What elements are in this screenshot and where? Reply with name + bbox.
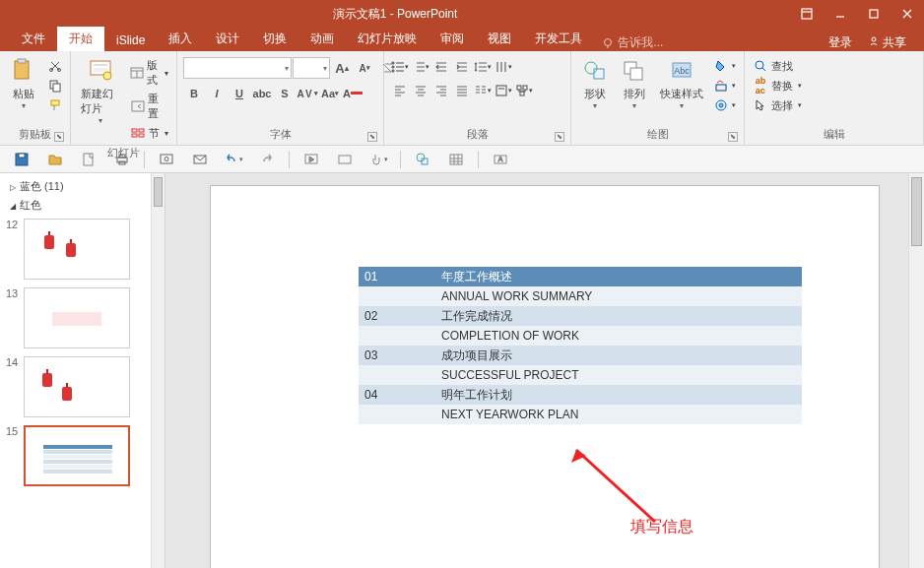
find-button[interactable]: 查找 [751, 57, 804, 75]
thumbnail-15[interactable] [24, 425, 130, 486]
tab-home[interactable]: 开始 [57, 27, 104, 51]
tab-slideshow[interactable]: 幻灯片放映 [346, 27, 429, 51]
qat-table-button[interactable] [444, 150, 468, 169]
tab-animations[interactable]: 动画 [298, 27, 346, 51]
window-title: 演示文稿1 - PowerPoint [0, 6, 790, 23]
tab-design[interactable]: 设计 [204, 27, 251, 51]
minimize-icon[interactable] [824, 0, 857, 28]
shape-fill-button[interactable]: ▾ [711, 57, 738, 75]
svg-rect-1 [870, 10, 878, 18]
underline-button[interactable]: U [229, 83, 250, 104]
clipboard-group-label: 剪贴板 [19, 128, 51, 140]
tell-me-input[interactable]: 告诉我... [594, 34, 663, 51]
reset-label: 重置 [148, 92, 168, 121]
svg-rect-25 [517, 86, 521, 90]
tab-insert[interactable]: 插入 [157, 27, 204, 51]
tab-islide[interactable]: iSlide [104, 30, 157, 51]
replace-button[interactable]: abac替换▾ [751, 77, 804, 95]
qat-redo-button[interactable] [255, 150, 279, 169]
font-color-button[interactable]: A [342, 83, 363, 104]
shapes-button[interactable]: 形状▾ [575, 55, 615, 112]
tab-review[interactable]: 审阅 [429, 27, 476, 51]
qat-save-button[interactable] [10, 150, 33, 169]
select-button[interactable]: 选择▾ [751, 96, 804, 114]
smartart-button[interactable]: ▾ [514, 81, 534, 100]
tab-transitions[interactable]: 切换 [251, 27, 298, 51]
tab-file[interactable]: 文件 [10, 27, 57, 51]
decrease-font-button[interactable]: A▾ [354, 57, 375, 79]
justify-button[interactable] [452, 81, 472, 100]
qat-undo-button[interactable]: ▾ [222, 150, 245, 169]
align-left-button[interactable] [390, 81, 410, 100]
thumbnails-scrollbar[interactable] [151, 173, 165, 568]
thumbnail-13[interactable] [24, 287, 130, 348]
layout-button[interactable]: 版式▾ [128, 57, 170, 89]
clipboard-launcher-icon[interactable]: ⬊ [54, 132, 64, 142]
svg-point-21 [392, 62, 394, 64]
bold-button[interactable]: B [183, 83, 205, 104]
tab-view[interactable]: 视图 [476, 27, 523, 51]
svg-rect-26 [523, 86, 527, 90]
reset-button[interactable]: 重置 [128, 91, 170, 122]
section-red[interactable]: ◢红色 [0, 196, 165, 215]
drawing-launcher-icon[interactable]: ⬊ [728, 132, 738, 142]
login-button[interactable]: 登录 [821, 34, 860, 51]
cut-button[interactable] [45, 57, 65, 75]
close-icon[interactable] [891, 0, 924, 28]
shadow-button[interactable]: S [274, 83, 296, 104]
qat-email-button[interactable] [188, 150, 212, 169]
italic-button[interactable]: I [206, 83, 228, 104]
share-button[interactable]: 共享 [860, 34, 914, 51]
increase-font-button[interactable]: A▴ [331, 57, 353, 79]
numbering-button[interactable]: ▾ [411, 57, 430, 77]
quick-styles-button[interactable]: Abc 快速样式▾ [654, 55, 709, 112]
slide-thumbnails-panel[interactable]: ▷蓝色 (11) ◢红色 12 13 14 15 [0, 173, 165, 568]
font-size-combo[interactable]: ▾ [293, 57, 330, 79]
qat-touch-button[interactable]: ▾ [366, 150, 390, 169]
align-text-button[interactable]: ▾ [494, 81, 513, 100]
svg-rect-9 [53, 84, 60, 92]
bullets-button[interactable]: ▾ [390, 57, 410, 77]
qat-shape-button[interactable] [411, 150, 434, 169]
decrease-indent-button[interactable] [431, 57, 451, 77]
svg-point-49 [417, 154, 425, 161]
line-spacing-button[interactable]: ▾ [473, 57, 493, 77]
content-table[interactable]: 01年度工作概述 ANNUAL WORK SUMMARY 02工作完成情况 CO… [359, 267, 802, 424]
columns-button[interactable]: ▾ [473, 81, 493, 100]
paragraph-launcher-icon[interactable]: ⬊ [555, 132, 564, 142]
slide-canvas[interactable]: 01年度工作概述 ANNUAL WORK SUMMARY 02工作完成情况 CO… [210, 185, 880, 568]
shape-outline-button[interactable]: ▾ [711, 77, 738, 95]
svg-text:A: A [498, 156, 503, 162]
new-slide-button[interactable]: 新建幻灯片 ▾ [75, 55, 126, 127]
arrange-button[interactable]: 排列▾ [615, 55, 654, 112]
thumbnail-12[interactable] [24, 219, 130, 280]
strikethrough-button[interactable]: abc [251, 83, 273, 104]
shape-effects-button[interactable]: ▾ [711, 96, 738, 114]
ribbon-options-icon[interactable] [790, 0, 824, 28]
change-case-button[interactable]: Aa▾ [319, 83, 341, 104]
align-right-button[interactable] [431, 81, 451, 100]
font-name-combo[interactable]: ▾ [183, 57, 292, 79]
thumbnail-14[interactable] [24, 356, 130, 417]
section-blue[interactable]: ▷蓝色 (11) [0, 177, 165, 196]
svg-point-28 [585, 62, 597, 74]
svg-rect-31 [630, 68, 642, 80]
svg-point-3 [872, 37, 876, 41]
copy-button[interactable] [45, 77, 65, 95]
editor-scrollbar[interactable] [908, 173, 924, 568]
spacing-button[interactable]: AV▾ [297, 83, 318, 104]
qat-from-beginning-button[interactable] [299, 150, 323, 169]
font-launcher-icon[interactable]: ⬊ [367, 132, 377, 142]
tab-developer[interactable]: 开发工具 [523, 27, 594, 51]
increase-indent-button[interactable] [452, 57, 472, 77]
svg-rect-0 [802, 9, 812, 19]
format-painter-button[interactable] [45, 96, 65, 114]
qat-open-button[interactable] [43, 150, 67, 169]
section-button[interactable]: 节▾ [128, 124, 170, 142]
text-direction-button[interactable]: ▾ [494, 57, 513, 77]
maximize-icon[interactable] [857, 0, 891, 28]
qat-slide-button[interactable] [333, 150, 357, 169]
qat-textbox-button[interactable]: A [489, 150, 512, 169]
align-center-button[interactable] [411, 81, 430, 100]
paste-button[interactable]: 粘贴 ▾ [4, 55, 43, 112]
